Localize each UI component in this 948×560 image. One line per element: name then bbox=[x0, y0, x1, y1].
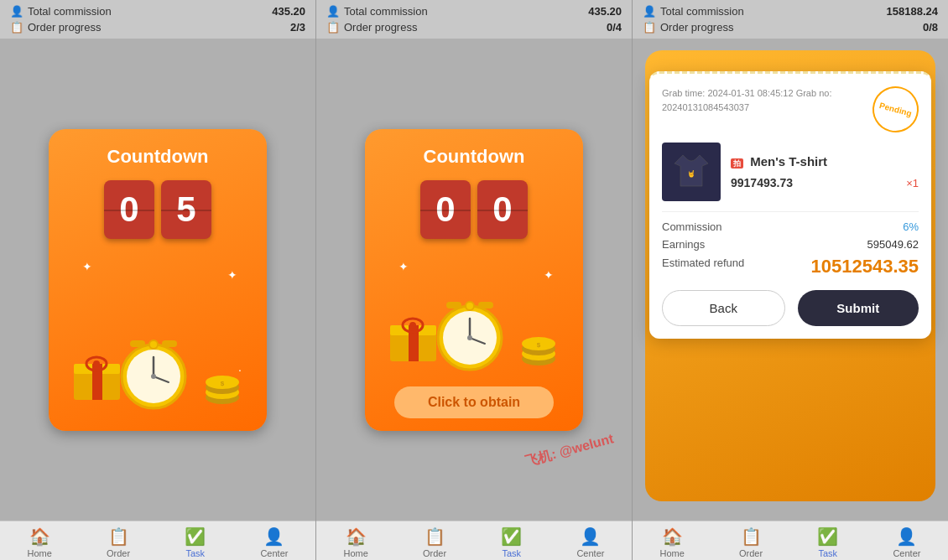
svg-point-12 bbox=[149, 340, 158, 349]
bottom-nav-2: 🏠 Home 📋 Order ✅ Task 👤 Center bbox=[316, 521, 632, 560]
svg-point-27 bbox=[467, 335, 472, 340]
nav-task-1[interactable]: ✅ Task bbox=[185, 526, 206, 558]
grab-no-value: 20240131084543037 bbox=[662, 102, 749, 112]
svg-point-9 bbox=[151, 374, 156, 379]
digit-0-2b: 0 bbox=[477, 180, 528, 239]
svg-point-22 bbox=[409, 322, 416, 329]
home-icon-3: 🏠 bbox=[662, 526, 683, 547]
nav-task-2[interactable]: ✅ Task bbox=[501, 526, 522, 558]
countdown-digits-2: 0 0 bbox=[420, 180, 528, 239]
order-label-2: Order progress bbox=[344, 21, 417, 34]
refund-detail-value: 10512543.35 bbox=[811, 256, 919, 277]
svg-rect-29 bbox=[478, 302, 493, 309]
nav-home-label-3: Home bbox=[660, 548, 685, 558]
order-row-3: 📋 Order progress 0/8 bbox=[643, 21, 938, 34]
nav-center-label-1: Center bbox=[260, 548, 288, 558]
tshirt-svg: 🤘 bbox=[670, 151, 712, 193]
bottom-nav-3: 🏠 Home 📋 Order ✅ Task 👤 Center bbox=[633, 521, 948, 560]
coins-svg-2: $ bbox=[512, 317, 566, 371]
nav-order-3[interactable]: 📋 Order bbox=[739, 526, 763, 558]
earnings-detail-row: Earnings 595049.62 bbox=[662, 238, 919, 251]
commission-value-3: 158188.24 bbox=[887, 5, 938, 18]
pai-badge: 拍 bbox=[731, 158, 743, 169]
nav-home-1[interactable]: 🏠 Home bbox=[28, 526, 52, 558]
svg-rect-28 bbox=[446, 302, 461, 309]
grab-info: Grab time: 2024-01-31 08:45:12 Grab no: … bbox=[662, 86, 831, 114]
order-icon-nav-3: 📋 bbox=[741, 526, 762, 547]
nav-order-2[interactable]: 📋 Order bbox=[423, 526, 446, 558]
order-icon-1: 📋 bbox=[10, 21, 23, 34]
sparkle-2: ✦ bbox=[227, 268, 237, 282]
commission-row-1: 👤 Total commission 435.20 bbox=[10, 5, 305, 18]
svg-point-30 bbox=[466, 302, 474, 310]
card-container-1: Countdown 0 5 bbox=[0, 39, 315, 521]
product-image: 🤘 bbox=[662, 143, 721, 201]
nav-task-label-3: Task bbox=[818, 548, 837, 558]
grab-time-value: 2024-01-31 08:45:12 bbox=[707, 88, 793, 98]
digit-0-1: 0 bbox=[104, 180, 154, 239]
refund-detail-label: Estimated refund bbox=[662, 256, 744, 271]
sparkle-3: · bbox=[238, 363, 242, 376]
panel-1: 👤 Total commission 435.20 📋 Order progre… bbox=[0, 0, 316, 560]
nav-home-label-1: Home bbox=[28, 548, 52, 558]
illustration-2: $ ✦ ✦ bbox=[378, 256, 570, 380]
popup-buttons: Back Submit bbox=[662, 290, 919, 326]
order-label-1: Order progress bbox=[28, 21, 101, 34]
commission-icon-2: 👤 bbox=[326, 5, 340, 18]
nav-task-3[interactable]: ✅ Task bbox=[817, 526, 838, 558]
nav-home-2[interactable]: 🏠 Home bbox=[344, 526, 368, 558]
order-row-1: 📋 Order progress 2/3 bbox=[10, 21, 305, 34]
center-icon-2: 👤 bbox=[580, 526, 601, 547]
submit-button[interactable]: Submit bbox=[798, 290, 919, 326]
product-price: 9917493.73 bbox=[731, 176, 793, 189]
commission-label-3: Total commission bbox=[660, 5, 744, 18]
product-row: 🤘 拍 Men's T-shirt 9917493.73 ×1 bbox=[662, 143, 919, 201]
digit-0-2a: 0 bbox=[420, 180, 471, 239]
coins-svg-1: $ bbox=[195, 355, 250, 410]
commission-row-2: 👤 Total commission 435.20 bbox=[326, 5, 622, 18]
product-popup: Grab time: 2024-01-31 08:45:12 Grab no: … bbox=[649, 71, 931, 339]
panel-2: 👤 Total commission 435.20 📋 Order progre… bbox=[316, 0, 633, 560]
back-button[interactable]: Back bbox=[662, 290, 785, 326]
stats-bar-3: 👤 Total commission 158188.24 📋 Order pro… bbox=[633, 0, 948, 39]
commission-label-2: Total commission bbox=[344, 5, 428, 18]
commission-detail-row: Commission 6% bbox=[662, 220, 919, 233]
obtain-button[interactable]: Click to obtain bbox=[394, 386, 554, 418]
order-value-1: 2/3 bbox=[290, 21, 305, 34]
countdown-card-2: Countdown 0 0 bbox=[365, 129, 583, 431]
nav-order-label-2: Order bbox=[423, 548, 446, 558]
card-container-2: Countdown 0 0 bbox=[316, 39, 632, 521]
svg-point-4 bbox=[93, 360, 100, 367]
countdown-card-1: Countdown 0 5 bbox=[49, 129, 267, 431]
popup-header: Grab time: 2024-01-31 08:45:12 Grab no: … bbox=[662, 86, 919, 132]
sparkle-5: ✦ bbox=[544, 268, 554, 282]
nav-task-label-1: Task bbox=[185, 548, 205, 558]
task-icon-3: ✅ bbox=[817, 526, 838, 547]
sparkle-4: ✦ bbox=[398, 260, 409, 273]
svg-text:$: $ bbox=[537, 341, 541, 349]
earnings-detail-value: 595049.62 bbox=[867, 238, 919, 251]
commission-icon-3: 👤 bbox=[643, 5, 656, 18]
pending-stamp: Pending bbox=[867, 81, 924, 137]
stats-bar-1: 👤 Total commission 435.20 📋 Order progre… bbox=[0, 0, 315, 39]
home-icon-1: 🏠 bbox=[29, 526, 50, 547]
order-label-3: Order progress bbox=[660, 21, 733, 34]
home-icon-2: 🏠 bbox=[346, 526, 367, 547]
product-price-row: 9917493.73 ×1 bbox=[731, 176, 919, 189]
nav-home-3[interactable]: 🏠 Home bbox=[660, 526, 685, 558]
order-icon-2: 📋 bbox=[326, 21, 340, 34]
product-name: 拍 Men's T-shirt bbox=[731, 154, 919, 169]
nav-center-2[interactable]: 👤 Center bbox=[576, 526, 604, 558]
illustration-1: $ ✦ ✦ · bbox=[61, 256, 254, 418]
nav-order-label-1: Order bbox=[107, 548, 130, 558]
order-row-2: 📋 Order progress 0/4 bbox=[326, 21, 622, 34]
nav-order-1[interactable]: 📋 Order bbox=[107, 526, 130, 558]
order-icon-nav-1: 📋 bbox=[108, 526, 129, 547]
nav-center-1[interactable]: 👤 Center bbox=[260, 526, 288, 558]
nav-center-3[interactable]: 👤 Center bbox=[893, 526, 920, 558]
refund-detail-row: Estimated refund 10512543.35 bbox=[662, 256, 919, 277]
task-icon-1: ✅ bbox=[185, 526, 206, 547]
grab-time-label: Grab time: bbox=[662, 88, 705, 98]
svg-text:$: $ bbox=[221, 380, 225, 387]
svg-rect-11 bbox=[162, 340, 177, 347]
